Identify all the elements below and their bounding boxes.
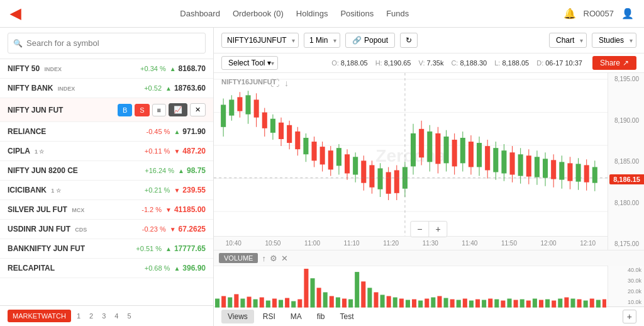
svg-rect-73 [485,146,490,170]
more-button[interactable]: ≡ [152,104,166,116]
search-input[interactable] [26,36,200,50]
item-actions: B S ≡ 📈 Chart (C) ✕ [118,103,206,116]
list-item[interactable]: NIFTY 50 INDEX +0.34 % ▲ 8168.70 [0,59,213,79]
volume-up-button[interactable]: ↑ [262,254,266,263]
list-item[interactable]: RELIANCE -0.45 % ▲ 971.90 [0,122,213,142]
svg-rect-118 [330,296,334,307]
interval-select[interactable]: 1 Min [304,33,340,48]
bell-icon[interactable]: 🔔 [564,8,576,20]
svg-rect-55 [411,133,416,167]
svg-rect-85 [535,157,540,177]
svg-rect-31 [320,147,325,164]
list-item[interactable]: USDINR JUN FUT CDS -0.23 % ▼ 67.2625 [0,220,213,239]
chart-type-select[interactable]: Chart [549,33,587,48]
list-item[interactable]: BANKNIFTY JUN FUT +0.51 % ▲ 17777.65 [0,239,213,259]
svg-rect-109 [272,298,277,307]
popout-button[interactable]: 🔗 Popout [345,33,395,48]
buy-button[interactable]: B [118,104,132,116]
interval-select-wrapper: 1 Min [304,33,340,48]
page-1[interactable]: 1 [74,311,84,321]
page-5[interactable]: 5 [124,311,134,321]
svg-rect-136 [444,298,448,307]
watchlist: NIFTY 50 INDEX +0.34 % ▲ 8168.70 NIFTY B… [0,59,213,305]
svg-rect-108 [266,301,270,308]
svg-rect-106 [253,300,258,308]
list-item[interactable]: ICICIBANK 1 ☆ +0.21 % ▼ 239.55 [0,181,213,200]
symbol-select[interactable]: NIFTY16JUNFUT [221,33,299,48]
svg-rect-67 [460,138,465,163]
svg-rect-110 [279,300,283,308]
svg-rect-115 [310,278,314,307]
zoom-in-button[interactable]: + [430,222,447,237]
svg-rect-81 [518,154,523,176]
svg-rect-132 [418,301,423,308]
down-arrow-icon: ▼ [174,187,180,194]
svg-rect-114 [304,269,308,308]
nav-right: 🔔 RO0057 👤 [564,8,634,20]
logo[interactable]: ◀ [10,6,21,22]
marketwatch-tab[interactable]: MARKETWATCH [8,310,71,322]
svg-rect-45 [377,168,382,189]
nav-orderbook[interactable]: Orderbook (0) [233,6,284,21]
page-2[interactable]: 2 [86,311,96,321]
sidebar: 🔍 NIFTY 50 INDEX +0.34 % ▲ 8168.70 NIFTY… [0,28,214,326]
sidebar-search: 🔍 [0,28,213,59]
svg-rect-140 [469,301,474,308]
sell-button[interactable]: S [135,104,149,116]
close-item-button[interactable]: ✕ [190,103,206,116]
tab-ma[interactable]: MA [284,310,308,323]
zoom-out-button[interactable]: − [411,222,428,237]
list-item[interactable]: NIFTY BANK INDEX +0.52 ▲ 18763.60 [0,79,213,98]
svg-rect-19 [270,119,275,133]
studies-select[interactable]: Studies [592,33,636,48]
svg-rect-27 [303,138,308,154]
svg-rect-116 [317,288,321,307]
user-label[interactable]: RO0057 [584,9,614,18]
svg-rect-65 [452,140,457,166]
up-arrow-icon: ▲ [174,265,180,272]
share-button[interactable]: Share ↗ [592,56,636,70]
svg-rect-69 [469,142,474,167]
svg-rect-141 [475,300,480,308]
tab-rsi[interactable]: RSI [257,310,282,323]
nav-holdings[interactable]: Holdings [296,6,328,21]
volume-header: VOLUME ↑ ⚙ ✕ [214,250,644,266]
svg-rect-83 [526,155,531,176]
svg-rect-37 [345,154,350,173]
x-axis: 10:40 10:50 11:00 11:10 11:20 11:30 11:4… [214,236,608,250]
svg-rect-17 [262,113,267,128]
studies-wrapper: Studies [592,33,636,48]
nav-dashboard[interactable]: Dashboard [180,6,220,21]
volume-settings-button[interactable]: ⚙ [270,254,277,263]
refresh-button[interactable]: ↻ [400,33,418,48]
add-study-button[interactable]: + [623,310,636,323]
svg-rect-135 [437,296,441,307]
volume-close-button[interactable]: ✕ [281,254,288,263]
list-item[interactable]: NIFTY JUN 8200 CE +16.24 % ▲ 98.75 [0,161,213,181]
svg-rect-130 [406,300,410,308]
svg-rect-13 [245,95,250,114]
svg-rect-47 [386,172,391,194]
svg-rect-151 [539,300,543,308]
list-item-active[interactable]: NIFTY JUN FUT B S ≡ 📈 Chart (C) ✕ [0,98,213,122]
nav-positions[interactable]: Positions [340,6,374,21]
tab-views[interactable]: Views [221,310,254,323]
chart-button[interactable]: 📈 [169,103,187,116]
list-item[interactable]: SILVER JUL FUT MCX -1.2 % ▼ 41185.00 [0,200,213,220]
fullscreen-button[interactable]: ⛶ [270,78,279,88]
user-icon[interactable]: 👤 [621,8,634,20]
tab-test[interactable]: Test [334,310,360,323]
list-item[interactable]: CIPLA 1 ☆ +0.11 % ▼ 487.20 [0,142,213,161]
up-arrow-icon: ▲ [165,85,172,92]
top-nav: ◀ Dashboard Orderbook (0) Holdings Posit… [0,0,644,28]
page-3[interactable]: 3 [99,311,109,321]
chart-symbol-label: NIFTY16JUNFUT [221,78,276,86]
list-item[interactable]: RELCAPITAL +0.68 % ▲ 396.90 [0,259,213,278]
tool-select-button[interactable]: Select Tool ▾ [221,56,278,70]
page-4[interactable]: 4 [111,311,121,321]
download-button[interactable]: ↓ [284,78,289,88]
nav-funds[interactable]: Funds [386,6,409,21]
svg-rect-148 [520,300,525,308]
tab-fib[interactable]: fib [311,310,331,323]
svg-rect-129 [399,298,404,307]
